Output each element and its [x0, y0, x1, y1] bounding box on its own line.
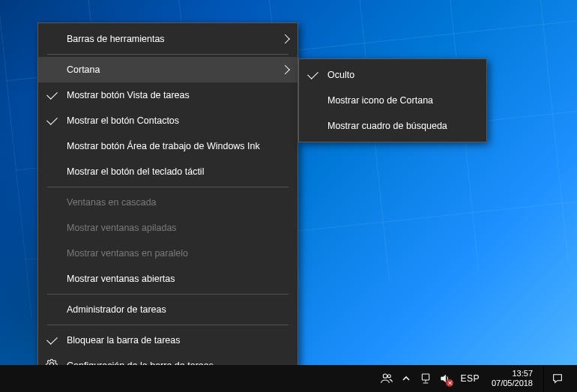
language-indicator[interactable]: ESP	[459, 373, 481, 384]
system-tray: ESP 13:57 07/05/2018	[381, 365, 577, 392]
people-icon[interactable]	[381, 373, 393, 385]
menu-item-lock-taskbar[interactable]: Bloquear la barra de tareas	[38, 328, 297, 353]
chevron-right-icon	[280, 65, 290, 75]
check-icon	[46, 114, 58, 125]
menu-separator	[47, 325, 288, 325]
menu-item-label: Ventanas en cascada	[67, 197, 277, 208]
mute-indicator-icon	[446, 379, 453, 387]
menu-item-task-manager[interactable]: Administrador de tareas	[38, 297, 297, 322]
menu-item-label: Oculto	[327, 70, 465, 80]
svg-rect-0	[423, 374, 429, 380]
taskbar-clock[interactable]: 13:57 07/05/2018	[489, 369, 536, 388]
menu-item-label: Cortana	[67, 64, 277, 75]
menu-item-open-windows[interactable]: Mostrar ventanas abiertas	[38, 266, 297, 292]
tray-chevron-icon[interactable]	[400, 373, 412, 385]
menu-item-label: Mostrar botón Vista de tareas	[67, 90, 277, 100]
menu-separator	[47, 187, 288, 187]
cortana-submenu: Oculto Mostrar icono de Cortana Mostrar …	[298, 58, 487, 142]
volume-icon[interactable]	[439, 373, 451, 385]
menu-separator	[47, 294, 288, 295]
network-icon[interactable]	[420, 373, 432, 385]
menu-item-task-view[interactable]: Mostrar botón Vista de tareas	[38, 82, 297, 108]
menu-item-label: Mostrar el botón Contactos	[67, 115, 277, 126]
menu-item-label: Mostrar ventanas abiertas	[67, 274, 277, 284]
menu-item-label: Mostrar el botón del teclado táctil	[67, 166, 277, 177]
check-icon	[46, 88, 58, 100]
submenu-item-show-searchbox[interactable]: Mostrar cuadro de búsqueda	[299, 113, 486, 139]
menu-item-label: Mostrar botón Área de trabajo de Windows…	[67, 141, 277, 151]
clock-time: 13:57	[492, 369, 533, 379]
check-icon	[307, 68, 318, 79]
action-center-button[interactable]	[543, 365, 571, 392]
taskbar[interactable]: ESP 13:57 07/05/2018	[0, 365, 577, 392]
menu-item-cascade: Ventanas en cascada	[38, 190, 297, 215]
menu-item-stacked: Mostrar ventanas apiladas	[38, 215, 297, 241]
chevron-right-icon	[280, 34, 290, 44]
menu-item-label: Mostrar icono de Cortana	[327, 95, 465, 106]
menu-item-toolbars[interactable]: Barras de herramientas	[38, 26, 297, 52]
menu-item-label: Administrador de tareas	[67, 304, 277, 315]
menu-item-cortana[interactable]: Cortana	[38, 57, 297, 82]
menu-item-label: Mostrar ventanas en paralelo	[67, 248, 277, 259]
submenu-item-hidden[interactable]: Oculto	[299, 62, 486, 88]
menu-separator	[47, 54, 288, 55]
menu-item-sidebyside: Mostrar ventanas en paralelo	[38, 241, 297, 266]
menu-item-label: Mostrar cuadro de búsqueda	[327, 121, 465, 131]
clock-date: 07/05/2018	[492, 379, 533, 388]
menu-item-label: Barras de herramientas	[67, 34, 277, 44]
taskbar-context-menu: Barras de herramientas Cortana Mostrar b…	[37, 22, 298, 382]
menu-item-windows-ink[interactable]: Mostrar botón Área de trabajo de Windows…	[38, 133, 297, 159]
menu-item-label: Bloquear la barra de tareas	[67, 335, 277, 346]
menu-item-people[interactable]: Mostrar el botón Contactos	[38, 108, 297, 133]
check-icon	[46, 334, 58, 345]
submenu-item-show-icon[interactable]: Mostrar icono de Cortana	[299, 88, 486, 113]
menu-item-touch-keyboard[interactable]: Mostrar el botón del teclado táctil	[38, 159, 297, 184]
menu-item-label: Mostrar ventanas apiladas	[67, 223, 277, 233]
